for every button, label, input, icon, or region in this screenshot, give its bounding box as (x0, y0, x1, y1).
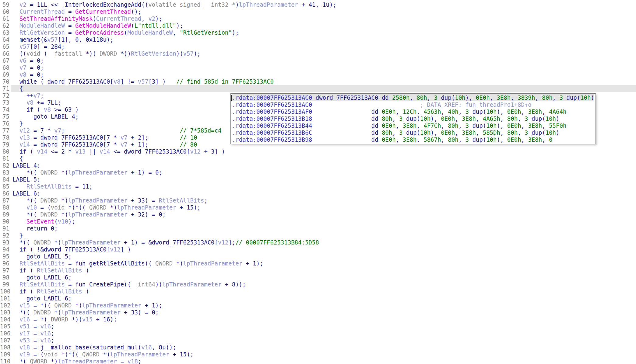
code-text[interactable]: v53 = v16; (11, 337, 636, 344)
code-line[interactable]: 97 if ( RtlSetAllBits ) (0, 267, 636, 274)
code-line[interactable]: 87 *((_DWORD *)lpThreadParameter + 33) =… (0, 197, 636, 204)
code-line[interactable]: 106 v17 = v16; (0, 330, 636, 337)
code-text[interactable]: v2 = 1LL << _InterlockedExchangeAdd((vol… (11, 1, 636, 8)
code-text[interactable]: RtlGetVersion = GetProcAddress(ModuleHan… (11, 29, 636, 36)
code-line[interactable]: 66 ((void (__fastcall *)(_DWORD *))RtlGe… (0, 50, 636, 57)
code-token: v17 (19, 330, 30, 337)
code-token: 3E8h (403, 136, 417, 143)
code-text[interactable]: { (11, 155, 636, 162)
code-text[interactable]: RtlSetAllBits = fun_getRtlSetAllBits((_Q… (11, 260, 636, 267)
code-line[interactable]: 94 if ( !&dword_7FF625313AC0[v12] ) (0, 246, 636, 253)
code-text[interactable]: LABEL_6: (11, 190, 636, 197)
code-line[interactable]: 99 RtlSetAllBits = fun_CreatePipe((__int… (0, 281, 636, 288)
code-text[interactable]: v57[0] = 284; (11, 43, 636, 50)
code-text[interactable]: *((_QWORD *)lpThreadParameter + 1) = 0; (11, 169, 636, 176)
code-line[interactable]: 92 } (0, 232, 636, 239)
code-text[interactable]: v19 = (void *)*((_QWORD *)lpThreadParame… (11, 351, 636, 358)
code-line[interactable]: 108 v18 = j__malloc_base(saturated_mul(v… (0, 344, 636, 351)
code-text[interactable]: CurrentThread = GetCurrentThread(); (11, 8, 636, 15)
code-token (12, 316, 19, 323)
code-line[interactable]: 101 goto LABEL_6; (0, 295, 636, 302)
code-line[interactable]: 102 v15 = *((_QWORD *)lpThreadParameter … (0, 302, 636, 309)
code-line[interactable]: 63 RtlGetVersion = GetProcAddress(Module… (0, 29, 636, 36)
code-line[interactable]: 59 v2 = 1LL << _InterlockedExchangeAdd((… (0, 1, 636, 8)
code-line[interactable]: 71 { (0, 85, 636, 92)
code-line[interactable]: 100 if ( RtlSetAllBits ) (0, 288, 636, 295)
code-line[interactable]: 81 { (0, 155, 636, 162)
code-line[interactable]: 80 if ( v14 <= 2 * v13 || v14 <= dword_7… (0, 148, 636, 155)
code-line[interactable]: 84LABEL_5: (0, 176, 636, 183)
code-line[interactable]: 107 v53 = v16; (0, 337, 636, 344)
code-line[interactable]: 69 v8 = 0; (0, 71, 636, 78)
code-text[interactable]: LABEL_5: (11, 176, 636, 183)
code-token: *( (12, 358, 26, 364)
code-line[interactable]: 98 goto LABEL_6; (0, 274, 636, 281)
code-line[interactable]: 67 v6 = 0; (0, 57, 636, 64)
code-text[interactable]: v18 = j__malloc_base(saturated_mul(v16, … (11, 344, 636, 351)
code-text[interactable]: return 0; (11, 225, 636, 232)
code-line[interactable]: 96 RtlSetAllBits = fun_getRtlSetAllBits(… (0, 260, 636, 267)
code-text[interactable]: *((_DWORD *)lpThreadParameter + 32) = 0; (11, 211, 636, 218)
code-line[interactable]: 89 *((_DWORD *)lpThreadParameter + 32) =… (0, 211, 636, 218)
code-line[interactable]: 86LABEL_6: (0, 190, 636, 197)
line-number: 59 (0, 1, 11, 8)
code-line[interactable]: 83 *((_QWORD *)lpThreadParameter + 1) = … (0, 169, 636, 176)
code-line[interactable]: 105 v51 = v16; (0, 323, 636, 330)
code-line[interactable]: 110 *(_QWORD *)lpThreadParameter = v18; (0, 358, 636, 364)
code-text[interactable]: } (11, 232, 636, 239)
code-line[interactable]: 65 v57[0] = 284; (0, 43, 636, 50)
code-token: ( (40, 50, 47, 57)
code-text[interactable]: if ( !&dword_7FF625313AC0[v12] ) (11, 246, 636, 253)
code-line[interactable]: 60 CurrentThread = GetCurrentThread(); (0, 8, 636, 15)
code-line[interactable]: 93 *((_QWORD *)lpThreadParameter + 1) = … (0, 239, 636, 246)
code-line[interactable]: 62 ModuleHandleW = GetModuleHandleW(L"nt… (0, 22, 636, 29)
code-text[interactable]: v10 = (void *)*((_QWORD *)lpThreadParame… (11, 204, 636, 211)
code-line[interactable]: 85 RtlSetAllBits = 11; (0, 183, 636, 190)
code-line[interactable]: 61 SetThreadAffinityMask(CurrentThread, … (0, 15, 636, 22)
code-text[interactable]: *(_QWORD *)lpThreadParameter = v18; (11, 358, 636, 364)
code-text[interactable]: v6 = 0; (11, 57, 636, 64)
code-text[interactable]: if ( v14 <= 2 * v13 || v14 <= dword_7FF6… (11, 148, 636, 155)
code-text[interactable]: *((_QWORD *)lpThreadParameter + 1) = &dw… (11, 239, 636, 246)
code-line[interactable]: 95 goto LABEL_5; (0, 253, 636, 260)
code-text[interactable]: goto LABEL_6; (11, 295, 636, 302)
code-text[interactable]: v51 = v16; (11, 323, 636, 330)
code-text[interactable]: RtlSetAllBits = fun_CreatePipe((__int64)… (11, 281, 636, 288)
code-line[interactable]: 70 while ( dword_7FF625313AC0[v8] != v57… (0, 78, 636, 85)
code-text[interactable]: *((_DWORD *)lpThreadParameter + 33) = 0; (11, 309, 636, 316)
code-line[interactable]: 88 v10 = (void *)*((_QWORD *)lpThreadPar… (0, 204, 636, 211)
code-token: 0E0h (382, 108, 396, 115)
code-line[interactable]: 68 v7 = 0; (0, 64, 636, 71)
code-line[interactable]: 104 v16 = *(_DWORD *)(v15 + 16); (0, 316, 636, 323)
code-line[interactable]: 91 return 0; (0, 225, 636, 232)
code-text[interactable]: if ( RtlSetAllBits ) (11, 288, 636, 295)
code-text[interactable]: ((void (__fastcall *)(_DWORD *))RtlGetVe… (11, 50, 636, 57)
code-text[interactable]: RtlSetAllBits = 11; (11, 183, 636, 190)
code-text[interactable]: { (11, 85, 636, 92)
code-text[interactable]: v7 = 0; (11, 64, 636, 71)
code-line[interactable]: 109 v19 = (void *)*((_QWORD *)lpThreadPa… (0, 351, 636, 358)
code-line[interactable]: 103 *((_DWORD *)lpThreadParameter + 33) … (0, 309, 636, 316)
code-token: 3 (466, 136, 469, 143)
code-token: } (12, 120, 23, 127)
code-text[interactable]: v15 = *((_QWORD *)lpThreadParameter + 1)… (11, 302, 636, 309)
code-text[interactable]: v16 = *(_DWORD *)(v15 + 16); (11, 316, 636, 323)
code-text[interactable]: *((_DWORD *)lpThreadParameter + 33) = Rt… (11, 197, 636, 204)
code-text[interactable]: SetEvent(v10); (11, 218, 636, 225)
code-token: 0E0h (476, 94, 490, 101)
code-text[interactable]: SetThreadAffinityMask(CurrentThread, v2)… (11, 15, 636, 22)
code-text[interactable]: memset(&v57[1], 0, 0x118u); (11, 36, 636, 43)
code-token: dup( (437, 94, 455, 101)
code-line[interactable]: 90 SetEvent(v10); (0, 218, 636, 225)
code-text[interactable]: goto LABEL_6; (11, 274, 636, 281)
code-text[interactable]: if ( RtlSetAllBits ) (11, 267, 636, 274)
code-token: , (396, 136, 403, 143)
code-line[interactable]: 64 memset(&v57[1], 0, 0x118u); (0, 36, 636, 43)
code-text[interactable]: v8 = 0; (11, 71, 636, 78)
code-text[interactable]: ModuleHandleW = GetModuleHandleW(L"ntdll… (11, 22, 636, 29)
code-text[interactable]: goto LABEL_5; (11, 253, 636, 260)
code-text[interactable]: while ( dword_7FF625313AC0[v8] != v57[3]… (11, 78, 636, 85)
code-line[interactable]: 82LABEL_4: (0, 162, 636, 169)
code-text[interactable]: v17 = v16; (11, 330, 636, 337)
code-text[interactable]: LABEL_4: (11, 162, 636, 169)
